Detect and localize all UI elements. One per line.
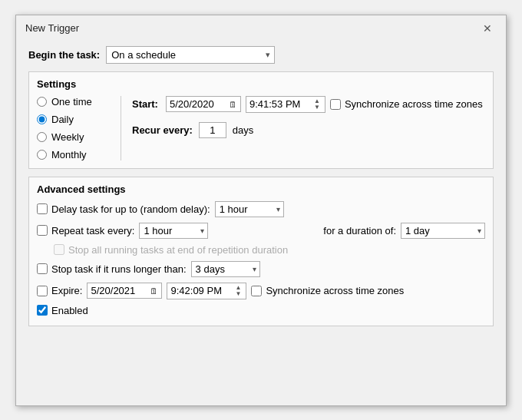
delay-dropdown-wrapper: 1 hour 30 minutes 2 hours <box>215 201 284 217</box>
radio-monthly-label: Monthly <box>51 149 87 160</box>
recur-label: Recur every: <box>132 124 193 136</box>
schedule-radio-group: One time Daily Weekly Monthly <box>37 96 121 160</box>
radio-daily-label: Daily <box>51 114 74 125</box>
repeat-task-checkbox[interactable] <box>37 225 48 236</box>
start-date-calendar-icon[interactable]: 🗓 <box>229 100 237 109</box>
begin-task-select[interactable]: On a schedule At log on At startup On an… <box>106 46 275 64</box>
new-trigger-dialog: New Trigger ✕ Begin the task: On a sched… <box>15 15 507 406</box>
delay-task-label: Delay task for up to (random delay): <box>51 203 210 215</box>
repeat-dropdown-wrapper: 1 hour 5 minutes 30 minutes <box>139 223 208 239</box>
sync-timezone-checkbox[interactable] <box>330 99 341 110</box>
stop-longer-checkbox[interactable] <box>37 263 48 274</box>
radio-onetime[interactable]: One time <box>37 96 110 107</box>
repeat-task-label: Repeat task every: <box>51 225 134 236</box>
for-duration-label: for a duration of: <box>323 225 396 236</box>
expire-time-wrapper: ▲ ▼ <box>167 283 246 299</box>
advanced-section: Advanced settings Delay task for up to (… <box>28 177 494 326</box>
start-time-spinners: ▲ ▼ <box>312 98 322 111</box>
expire-time-down[interactable]: ▼ <box>233 291 243 297</box>
settings-inner: One time Daily Weekly Monthly <box>37 96 485 160</box>
begin-task-label: Begin the task: <box>28 49 100 61</box>
start-time-down[interactable]: ▼ <box>312 104 322 111</box>
settings-right: Start: 🗓 ▲ ▼ <box>132 96 485 160</box>
stop-longer-dropdown-wrapper: 3 days 1 day 1 hour <box>191 261 260 277</box>
start-label: Start: <box>132 98 158 110</box>
delay-task-checkbox[interactable] <box>37 203 48 214</box>
start-time-wrapper: ▲ ▼ <box>246 96 325 113</box>
stop-running-label: Stop all running tasks at end of repetit… <box>68 244 288 256</box>
repeat-select[interactable]: 1 hour 5 minutes 30 minutes <box>139 223 208 239</box>
radio-onetime-input[interactable] <box>37 97 47 107</box>
stop-running-checkbox[interactable] <box>54 244 64 255</box>
repeat-task-label-wrap[interactable]: Repeat task every: <box>37 225 134 236</box>
radio-weekly-label: Weekly <box>51 131 84 143</box>
enabled-row: Enabled <box>37 305 485 316</box>
dialog-title: New Trigger <box>25 22 79 34</box>
expire-label: Expire: <box>51 285 82 296</box>
stop-longer-label: Stop task if it runs longer than: <box>51 263 187 275</box>
stop-running-row: Stop all running tasks at end of repetit… <box>37 244 485 256</box>
for-duration-select[interactable]: 1 day 1 hour Indefinitely <box>401 223 485 239</box>
expire-sync-label: Synchronize across time zones <box>266 285 404 296</box>
settings-section: Settings One time Daily Weekly <box>28 71 494 169</box>
delay-task-label-wrap[interactable]: Delay task for up to (random delay): <box>37 203 210 215</box>
sync-timezone-row[interactable]: Synchronize across time zones <box>330 98 483 110</box>
start-date-wrapper: 🗓 <box>166 96 241 112</box>
recur-row: Recur every: days <box>132 122 485 138</box>
start-time-input[interactable] <box>249 98 311 110</box>
dialog-body: Begin the task: On a schedule At log on … <box>16 40 506 343</box>
expire-date-wrapper: 🗓 <box>87 283 162 299</box>
expire-date-input[interactable] <box>91 285 148 296</box>
recur-value-input[interactable] <box>199 122 226 138</box>
delay-select[interactable]: 1 hour 30 minutes 2 hours <box>215 201 284 217</box>
expire-label-wrap[interactable]: Expire: <box>37 285 82 296</box>
for-duration-group: for a duration of: 1 day 1 hour Indefini… <box>323 223 485 239</box>
expire-time-input[interactable] <box>170 285 232 296</box>
enabled-label: Enabled <box>51 305 88 316</box>
title-bar: New Trigger ✕ <box>16 15 506 40</box>
expire-row: Expire: 🗓 ▲ ▼ Synchronize across time zo… <box>37 283 485 299</box>
expire-time-spinners: ▲ ▼ <box>233 285 243 297</box>
advanced-label: Advanced settings <box>37 184 485 195</box>
radio-weekly[interactable]: Weekly <box>37 131 110 143</box>
sync-timezone-label: Synchronize across time zones <box>345 98 483 110</box>
radio-daily-input[interactable] <box>37 114 47 124</box>
expire-sync-checkbox[interactable] <box>251 286 262 296</box>
radio-onetime-label: One time <box>51 96 92 107</box>
begin-task-dropdown-wrapper: On a schedule At log on At startup On an… <box>106 46 275 64</box>
begin-task-row: Begin the task: On a schedule At log on … <box>28 46 494 64</box>
start-date-input[interactable] <box>170 98 227 110</box>
close-button[interactable]: ✕ <box>478 21 497 35</box>
settings-label: Settings <box>37 78 485 90</box>
enabled-checkbox[interactable] <box>37 305 48 316</box>
recur-unit-label: days <box>233 124 253 136</box>
radio-weekly-input[interactable] <box>37 132 47 142</box>
stop-longer-row: Stop task if it runs longer than: 3 days… <box>37 261 485 277</box>
radio-monthly[interactable]: Monthly <box>37 149 110 160</box>
radio-daily[interactable]: Daily <box>37 114 110 125</box>
expire-checkbox[interactable] <box>37 286 48 296</box>
repeat-task-row: Repeat task every: 1 hour 5 minutes 30 m… <box>37 223 485 239</box>
expire-sync-row[interactable]: Synchronize across time zones <box>251 285 404 296</box>
stop-longer-label-wrap[interactable]: Stop task if it runs longer than: <box>37 263 187 275</box>
for-duration-dropdown-wrapper: 1 day 1 hour Indefinitely <box>401 223 485 239</box>
delay-task-row: Delay task for up to (random delay): 1 h… <box>37 201 485 217</box>
enabled-label-wrap[interactable]: Enabled <box>37 305 88 316</box>
start-row: Start: 🗓 ▲ ▼ <box>132 96 485 113</box>
stop-longer-select[interactable]: 3 days 1 day 1 hour <box>191 261 260 277</box>
expire-date-calendar-icon[interactable]: 🗓 <box>150 286 158 296</box>
radio-monthly-input[interactable] <box>37 150 47 160</box>
